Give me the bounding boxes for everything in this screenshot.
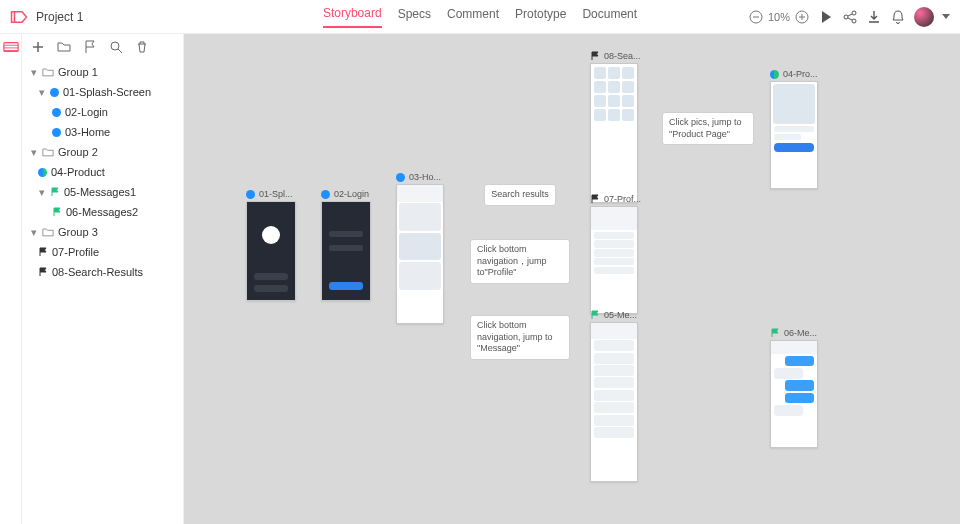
tree-item-profile[interactable]: 07-Profile: [26, 242, 183, 262]
tab-comment[interactable]: Comment: [447, 7, 499, 27]
tab-prototype[interactable]: Prototype: [515, 7, 566, 27]
node-profile[interactable]: 07-Prof...: [590, 194, 641, 314]
node-product[interactable]: 04-Pro...: [770, 69, 818, 189]
play-icon[interactable]: [818, 9, 834, 25]
node-title: 04-Pro...: [783, 69, 818, 79]
node-title: 05-Me...: [604, 310, 637, 320]
tree-label: Group 1: [58, 63, 98, 81]
page-tree: ▾ Group 1 ▾ 01-Splash-Screen 02-Login 03…: [22, 60, 183, 282]
annotation-profile[interactable]: Click bottom navigation，jump to"Profile": [470, 239, 570, 284]
tree-label: 08-Search-Results: [52, 263, 143, 281]
search-icon[interactable]: [108, 39, 124, 55]
zoom-value: 10%: [768, 11, 790, 23]
folder-icon[interactable]: [56, 39, 72, 55]
sidebar: ▾ Group 1 ▾ 01-Splash-Screen 02-Login 03…: [22, 34, 184, 524]
trash-icon[interactable]: [134, 39, 150, 55]
svg-line-9: [848, 18, 852, 20]
node-login[interactable]: 02-Login: [321, 189, 371, 301]
zoom-in-icon[interactable]: [794, 9, 810, 25]
left-rail: [0, 34, 22, 524]
flag-icon: [38, 247, 48, 257]
tree-item-messages2[interactable]: 06-Messages2: [26, 202, 183, 222]
tree-item-home[interactable]: 03-Home: [26, 122, 183, 142]
annotation-search-results[interactable]: Search results: [484, 184, 556, 206]
svg-point-7: [852, 19, 856, 23]
svg-point-16: [111, 42, 119, 50]
node-title: 03-Ho...: [409, 172, 441, 182]
folder-icon: [42, 227, 54, 237]
project-title: Project 1: [36, 10, 83, 24]
tab-storyboard[interactable]: Storyboard: [323, 6, 382, 28]
svg-line-8: [848, 14, 852, 16]
status-dot-icon: [321, 190, 330, 199]
tree-label: 07-Profile: [52, 243, 99, 261]
storyboard-rail-icon[interactable]: [3, 40, 19, 54]
flag-icon: [590, 194, 600, 204]
status-dot-icon: [770, 70, 779, 79]
svg-point-6: [852, 11, 856, 15]
tree-item-login[interactable]: 02-Login: [26, 102, 183, 122]
folder-icon: [42, 147, 54, 157]
flag-icon: [590, 51, 600, 61]
node-messages1[interactable]: 05-Me...: [590, 310, 638, 482]
share-icon[interactable]: [842, 9, 858, 25]
tree-label: 05-Messages1: [64, 183, 136, 201]
flag-icon: [770, 328, 780, 338]
tree-item-messages1[interactable]: ▾ 05-Messages1: [26, 182, 183, 202]
tree-label: 02-Login: [65, 103, 108, 121]
add-icon[interactable]: [30, 39, 46, 55]
tab-specs[interactable]: Specs: [398, 7, 431, 27]
tree-item-search[interactable]: 08-Search-Results: [26, 262, 183, 282]
node-title: 07-Prof...: [604, 194, 641, 204]
bell-icon[interactable]: [890, 9, 906, 25]
app-logo-icon: [10, 10, 28, 24]
tree-label: 03-Home: [65, 123, 110, 141]
toolbar-right: 10%: [748, 7, 950, 27]
connectors: [184, 34, 484, 184]
zoom-out-icon[interactable]: [748, 9, 764, 25]
tree-item-product[interactable]: 04-Product: [26, 162, 183, 182]
node-home[interactable]: 03-Ho...: [396, 172, 444, 324]
node-title: 06-Me...: [784, 328, 817, 338]
tree-label: Group 3: [58, 223, 98, 241]
user-avatar[interactable]: [914, 7, 934, 27]
tree-group-2[interactable]: ▾ Group 2: [26, 142, 183, 162]
flag-icon[interactable]: [82, 39, 98, 55]
tree-group-1[interactable]: ▾ Group 1: [26, 62, 183, 82]
zoom-control: 10%: [748, 9, 810, 25]
tree-label: Group 2: [58, 143, 98, 161]
tree-item-splash[interactable]: ▾ 01-Splash-Screen: [26, 82, 183, 102]
status-dot-icon: [396, 173, 405, 182]
top-bar: Project 1 Storyboard Specs Comment Proto…: [0, 0, 960, 34]
status-dot-icon: [50, 88, 59, 97]
node-title: 01-Spl...: [259, 189, 293, 199]
sidebar-toolbar: [22, 34, 183, 60]
flag-icon: [52, 207, 62, 217]
node-title: 08-Sea...: [604, 51, 641, 61]
tree-group-3[interactable]: ▾ Group 3: [26, 222, 183, 242]
svg-line-17: [118, 49, 122, 53]
tree-label: 04-Product: [51, 163, 105, 181]
node-messages2[interactable]: 06-Me...: [770, 328, 818, 448]
status-dot-icon: [52, 128, 61, 137]
status-dot-icon: [52, 108, 61, 117]
flag-icon: [50, 187, 60, 197]
download-icon[interactable]: [866, 9, 882, 25]
node-title: 02-Login: [334, 189, 369, 199]
folder-icon: [42, 67, 54, 77]
status-dot-icon: [38, 168, 47, 177]
annotation-message[interactable]: Click bottom navigation, jump to "Messag…: [470, 315, 570, 360]
node-search[interactable]: 08-Sea...: [590, 51, 641, 203]
user-menu-caret-icon[interactable]: [942, 14, 950, 19]
svg-point-5: [844, 15, 848, 19]
node-splash[interactable]: 01-Spl...: [246, 189, 296, 301]
status-dot-icon: [246, 190, 255, 199]
storyboard-canvas[interactable]: Search results Click pics, jump to "Prod…: [184, 34, 960, 524]
annotation-product[interactable]: Click pics, jump to "Product Page": [662, 112, 754, 145]
flag-icon: [38, 267, 48, 277]
tab-document[interactable]: Document: [582, 7, 637, 27]
tree-label: 01-Splash-Screen: [63, 83, 151, 101]
flag-icon: [590, 310, 600, 320]
tree-label: 06-Messages2: [66, 203, 138, 221]
